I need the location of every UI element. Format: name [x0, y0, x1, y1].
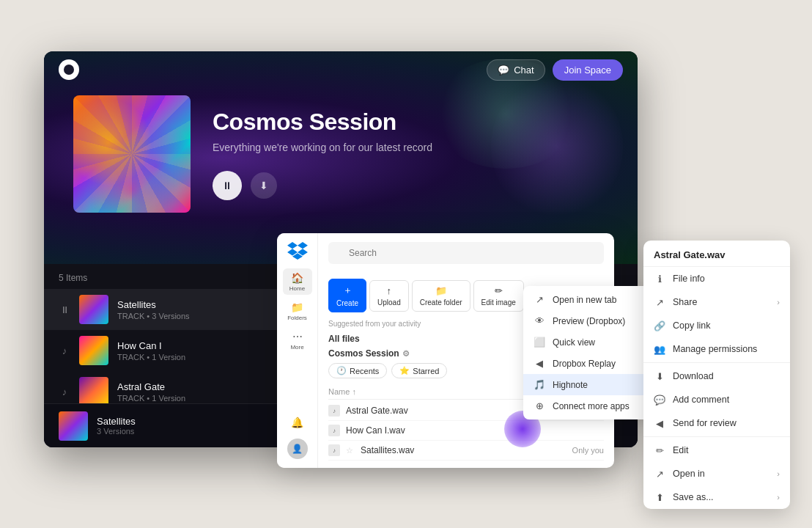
dropbox-logo — [287, 242, 308, 260]
dropbox-nav-more[interactable]: ⋯ More — [283, 327, 312, 353]
file-icon: ♪ — [328, 425, 340, 436]
chevron-right-icon: › — [777, 298, 780, 307]
hero-subtitle: Everything we're working on for our late… — [213, 142, 432, 153]
ctx-highnote-label: Highnote — [553, 380, 588, 390]
ctx-preview-label: Preview (Dropbox) — [553, 316, 625, 326]
dropbox-nav-home[interactable]: 🏠 Home — [283, 268, 312, 295]
track-note-icon: ♪ — [59, 386, 70, 397]
ctx-download[interactable]: ⬇ Download — [643, 364, 790, 388]
ctx-manage-permissions[interactable]: 👥 Manage permissions — [643, 337, 790, 361]
ctx-add-comment-label: Add comment — [673, 395, 780, 405]
upload-button[interactable]: ↑ Upload — [369, 280, 409, 312]
clock-icon: 🕐 — [336, 366, 347, 375]
ctx-file-info-label: File info — [673, 274, 780, 284]
ctx-open-in[interactable]: ↗ Open in › — [643, 462, 790, 485]
folder-icon: 📁 — [435, 285, 447, 296]
file-icon: ♪ — [328, 405, 340, 417]
upload-label: Upload — [377, 298, 401, 307]
join-space-button[interactable]: Join Space — [553, 59, 623, 81]
album-art — [73, 95, 191, 213]
recents-filter[interactable]: 🕐 Recents — [328, 363, 387, 378]
ctx-download-label: Download — [673, 371, 780, 381]
ctx-dropbox-replay-label: Dropbox Replay — [553, 359, 616, 369]
hero-text: Cosmos Session Everything we're working … — [213, 109, 432, 200]
dropbox-sidebar: 🏠 Home 📁 Folders ⋯ More 🔔 👤 — [277, 233, 318, 468]
context-menu-divider-2 — [643, 436, 790, 437]
ctx-edit-label: Edit — [673, 445, 780, 455]
ctx-add-comment[interactable]: 💬 Add comment — [643, 388, 790, 411]
dropbox-nav-folders[interactable]: 📁 Folders — [283, 298, 312, 324]
music-header: 💬 Chat Join Space — [44, 51, 638, 88]
file-row-satellites[interactable]: ♪ ☆ Satallites.wav Only you — [328, 441, 604, 461]
app-logo — [59, 59, 79, 80]
hero-controls: ⏸ ⬇ — [213, 171, 432, 200]
save-as-icon: ⬆ — [654, 491, 665, 503]
copy-link-icon: 🔗 — [654, 320, 665, 331]
star-visibility-icon: ☆ — [346, 446, 358, 455]
recents-label: Recents — [350, 367, 379, 375]
add-comment-icon: 💬 — [654, 394, 665, 406]
chat-icon: 💬 — [498, 65, 509, 76]
edit-image-button[interactable]: ✏ Edit image — [473, 280, 524, 312]
hero-download-button[interactable]: ⬇ — [251, 172, 277, 199]
open-in-icon: ↗ — [654, 468, 665, 480]
home-icon: 🏠 — [291, 272, 303, 284]
download-icon: ⬇ — [654, 370, 665, 382]
folders-nav-label: Folders — [287, 315, 307, 321]
file-info-icon: ℹ — [654, 273, 665, 285]
star-icon: ⭐ — [399, 366, 410, 375]
create-button[interactable]: ＋ Create — [328, 279, 366, 312]
user-avatar[interactable]: 👤 — [287, 439, 308, 459]
ctx-connect-more-label: Connect more apps — [553, 401, 630, 411]
context-menu-title: Astral Gate.wav — [643, 241, 790, 267]
ctx-copy-link-label: Copy link — [673, 320, 780, 331]
search-input[interactable] — [328, 242, 604, 264]
folder-name: Cosmos Session — [328, 348, 399, 359]
ctx-send-for-review[interactable]: ◀ Send for review — [643, 411, 790, 435]
create-folder-button[interactable]: 📁 Create folder — [412, 280, 470, 312]
track-play-icon: ⏸ — [59, 304, 70, 315]
hero-title: Cosmos Session — [213, 109, 432, 136]
home-nav-label: Home — [289, 285, 305, 292]
file-name: How Can I.wav — [346, 425, 604, 436]
file-icon: ♪ — [328, 444, 340, 456]
ctx-share[interactable]: ↗ Share › — [643, 290, 790, 314]
connect-more-icon: ⊕ — [534, 400, 545, 411]
edit-pencil-icon: ✏ — [654, 444, 665, 456]
file-visibility: Only you — [545, 446, 604, 455]
track-note-icon: ♪ — [59, 345, 70, 356]
ctx-share-label: Share — [673, 297, 769, 307]
preview-icon: 👁 — [534, 315, 545, 326]
ctx-quick-view-label: Quick view — [553, 337, 595, 348]
ctx-save-as[interactable]: ⬆ Save as... › — [643, 485, 790, 509]
edit-icon: ✏ — [495, 285, 503, 296]
header-buttons: 💬 Chat Join Space — [487, 59, 623, 81]
chevron-right-open-icon: › — [777, 469, 780, 478]
folders-icon: 📁 — [291, 301, 303, 313]
notifications-icon[interactable]: 🔔 — [287, 412, 308, 433]
share-icon: ↗ — [654, 296, 665, 308]
more-nav-label: More — [290, 344, 303, 351]
track-thumbnail — [79, 295, 108, 324]
file-row-howcani[interactable]: ♪ How Can I.wav — [328, 421, 604, 441]
ctx-save-as-label: Save as... — [673, 492, 769, 502]
chevron-right-save-icon: › — [777, 493, 780, 502]
ctx-copy-link[interactable]: 🔗 Copy link — [643, 314, 790, 337]
pause-button[interactable]: ⏸ — [213, 171, 242, 200]
permissions-icon: 👥 — [654, 343, 665, 355]
ctx-file-info[interactable]: ℹ File info — [643, 267, 790, 290]
starred-filter[interactable]: ⭐ Starred — [391, 363, 447, 378]
all-files-label: All files — [328, 334, 360, 344]
ctx-edit[interactable]: ✏ Edit — [643, 439, 790, 462]
starred-label: Starred — [413, 367, 439, 375]
ctx-open-in-label: Open in — [673, 469, 769, 479]
track-thumbnail — [79, 336, 108, 365]
open-new-tab-icon: ↗ — [534, 294, 545, 305]
search-wrap: 🔍 — [328, 242, 604, 271]
ctx-manage-permissions-label: Manage permissions — [673, 344, 780, 354]
player-thumbnail — [59, 411, 88, 441]
create-label: Create — [336, 299, 358, 307]
ctx-open-new-tab-label: Open in new tab — [553, 295, 616, 305]
quick-view-icon: ⬜ — [534, 337, 545, 348]
chat-button[interactable]: 💬 Chat — [487, 59, 545, 81]
